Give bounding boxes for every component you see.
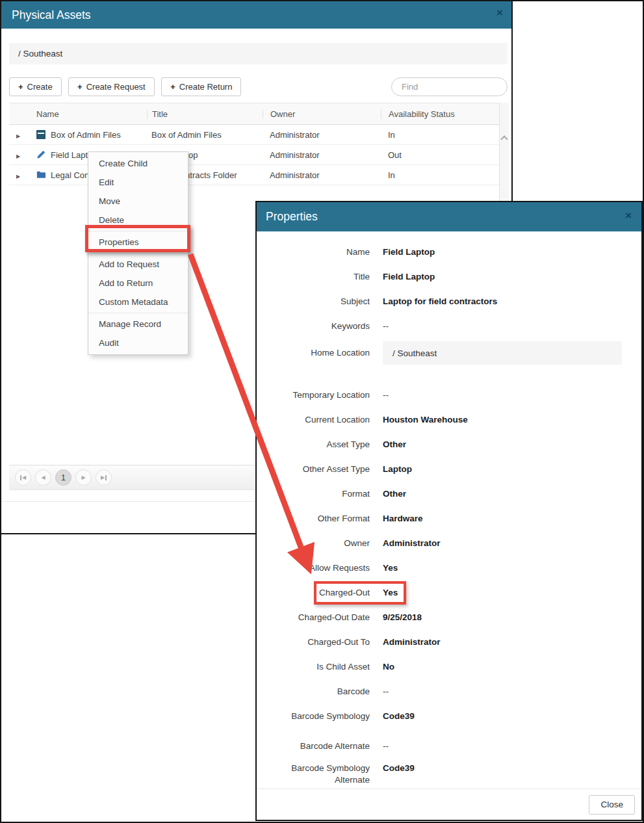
menu-item-custom-metadata[interactable]: Custom Metadata [88, 293, 188, 311]
property-row: Owner Administrator [257, 531, 641, 556]
property-label: Asset Type [257, 439, 370, 451]
first-page-bar [20, 475, 21, 480]
property-label: Barcode [257, 686, 370, 698]
toolbar: + Create + Create Request + Create Retur… [9, 77, 508, 97]
property-label: Owner [257, 538, 370, 549]
property-value: Field Laptop [383, 246, 435, 258]
title-column-header: Title [147, 109, 263, 119]
property-label: Other Asset Type [257, 464, 370, 475]
table-row[interactable]: ▶ Box of Admin Files Box of Admin Files … [9, 125, 509, 145]
property-value: -- [383, 320, 389, 332]
properties-dialog-titlebar: Properties × [257, 202, 641, 231]
create-request-button-label: Create Request [86, 82, 146, 92]
property-row: Keywords -- [257, 314, 641, 339]
property-label: Temporary Location [257, 389, 370, 401]
menu-item-move[interactable]: Move [88, 192, 188, 211]
property-label: Barcode Alternate [257, 740, 370, 752]
table-header-row: Name Title Owner Availability Status [9, 103, 509, 125]
asset-availability: Out [381, 150, 500, 160]
property-value: Laptop for field contractors [383, 296, 497, 307]
asset-name: Box of Admin Files [51, 130, 121, 140]
expand-arrow-icon[interactable]: ▶ [16, 153, 20, 159]
screenshot-canvas: Physical Assets × / Southeast + Create +… [0, 0, 644, 823]
close-icon[interactable]: × [625, 209, 632, 222]
property-label: Charged-Out Date [257, 612, 370, 623]
create-return-button-label: Create Return [179, 82, 233, 92]
menu-separator [88, 231, 188, 231]
property-row: Other Format Hardware [257, 506, 641, 531]
property-label: Current Location [257, 414, 370, 426]
menu-separator [88, 253, 188, 254]
close-icon[interactable]: × [496, 7, 503, 18]
property-row: Other Asset Type Laptop [257, 457, 641, 482]
menu-item-add-to-return[interactable]: Add to Return [88, 274, 188, 293]
property-label: Allow Requests [257, 562, 370, 574]
property-row: Barcode -- [257, 679, 641, 704]
current-page-button[interactable]: 1 [55, 469, 71, 486]
property-row: Barcode Symbology Code39 [257, 704, 641, 729]
first-page-button[interactable]: ◀ [15, 469, 31, 486]
property-value: -- [383, 389, 389, 401]
property-label: Barcode Symbology Alternate [257, 763, 370, 786]
property-row: Name Field Laptop [257, 240, 641, 265]
availability-column-header: Availability Status [381, 109, 500, 119]
property-value: Code39 [383, 711, 415, 722]
property-value: 9/25/2018 [383, 612, 422, 623]
property-value: Yes [383, 587, 398, 599]
property-label: Charged-Out [257, 587, 370, 599]
close-button[interactable]: Close [589, 795, 635, 815]
physical-assets-titlebar: Physical Assets × [1, 1, 511, 29]
create-button[interactable]: + Create [9, 77, 62, 96]
menu-item-properties[interactable]: Properties [88, 233, 188, 252]
property-row: Barcode Alternate -- [257, 734, 641, 759]
property-label: Home Location [257, 347, 370, 359]
expand-arrow-icon[interactable]: ▶ [16, 174, 20, 179]
menu-item-create-child[interactable]: Create Child [88, 154, 188, 173]
box-icon [36, 130, 45, 139]
owner-column-header: Owner [263, 109, 381, 119]
property-label: Barcode Symbology [257, 711, 370, 722]
breadcrumb: / Southeast [9, 43, 508, 64]
property-row: Subject Laptop for field contractors [257, 289, 641, 314]
property-label: Charged-Out To [257, 636, 370, 648]
menu-item-add-to-request[interactable]: Add to Request [88, 255, 188, 274]
table-row[interactable]: ▶ Legal Contracts Folder Legal Contracts… [9, 165, 509, 185]
asset-owner: Administrator [263, 150, 381, 160]
property-row: Title Field Laptop [257, 265, 641, 289]
scroll-up-icon[interactable] [500, 135, 508, 142]
next-page-button[interactable]: ▶ [75, 469, 92, 486]
name-column-header: Name [27, 109, 147, 119]
create-request-button[interactable]: + Create Request [68, 77, 155, 96]
property-label: Is Child Asset [257, 661, 370, 673]
table-row[interactable]: ▶ Field Laptop Field Laptop Administrato… [9, 145, 509, 165]
property-label: Name [257, 246, 370, 258]
property-value: Laptop [383, 464, 412, 475]
menu-item-edit[interactable]: Edit [88, 173, 188, 192]
property-row: Current Location Houston Warehouse [257, 408, 641, 432]
asset-title: Box of Admin Files [147, 130, 263, 140]
property-value: Administrator [383, 636, 441, 648]
property-row: Barcode Symbology Alternate Code39 [257, 761, 641, 789]
menu-item-audit[interactable]: Audit [88, 333, 188, 352]
find-input[interactable] [391, 77, 508, 96]
property-row: Is Child Asset No [257, 655, 641, 679]
plus-icon: + [77, 82, 83, 92]
properties-dialog: Properties × Name Field Laptop Title Fie… [255, 201, 643, 821]
property-row: Format Other [257, 482, 641, 506]
menu-item-delete[interactable]: Delete [88, 211, 188, 229]
create-button-label: Create [27, 82, 53, 92]
property-row: Charged-Out To Administrator [257, 630, 641, 655]
property-value: -- [383, 686, 389, 698]
properties-dialog-footer: Close [257, 789, 641, 820]
property-value: Other [383, 439, 406, 451]
property-value: -- [383, 740, 389, 752]
property-value: Houston Warehouse [383, 414, 468, 426]
last-page-button[interactable]: ▶ [96, 469, 112, 486]
menu-item-manage-record[interactable]: Manage Record [88, 315, 188, 333]
create-return-button[interactable]: + Create Return [161, 77, 241, 96]
pencil-icon [36, 150, 45, 159]
physical-assets-title: Physical Assets [12, 8, 91, 22]
expand-arrow-icon[interactable]: ▶ [16, 133, 20, 139]
property-row: Charged-Out Date 9/25/2018 [257, 605, 641, 630]
previous-page-button[interactable]: ◀ [35, 469, 51, 486]
